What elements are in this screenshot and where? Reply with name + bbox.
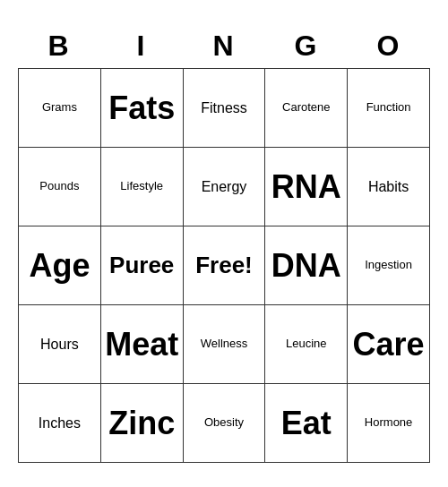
cell-r0-c1: Fats (101, 69, 184, 148)
cell-text-r0-c0: Grams (42, 101, 77, 114)
cell-r2-c3: DNA (265, 226, 348, 305)
header-letter-G: G (265, 24, 348, 68)
cell-r4-c3: Eat (265, 384, 348, 463)
cell-text-r2-c0: Age (29, 248, 90, 284)
cell-r3-c0: Hours (19, 305, 101, 384)
cell-r3-c4: Care (348, 305, 430, 384)
cell-text-r4-c2: Obesity (204, 416, 244, 429)
cell-text-r3-c0: Hours (40, 337, 79, 353)
bingo-card: BINGO GramsFatsFitnessCaroteneFunctionPo… (18, 24, 430, 463)
cell-text-r0-c1: Fats (108, 90, 175, 126)
cell-text-r1-c4: Habits (368, 179, 409, 195)
cell-r4-c4: Hormone (348, 384, 430, 463)
cell-text-r2-c4: Ingestion (365, 259, 412, 271)
cell-text-r1-c2: Energy (202, 179, 247, 195)
cell-r2-c2: Free! (184, 226, 266, 305)
cell-r3-c1: Meat (101, 305, 184, 384)
cell-r4-c1: Zinc (101, 384, 184, 463)
cell-r3-c3: Leucine (265, 305, 348, 384)
cell-text-r1-c3: RNA (271, 169, 341, 205)
bingo-grid: GramsFatsFitnessCaroteneFunctionPoundsLi… (18, 68, 430, 463)
cell-r2-c1: Puree (101, 226, 184, 305)
cell-text-r3-c4: Care (353, 327, 425, 363)
cell-text-r2-c1: Puree (109, 252, 174, 278)
cell-text-r2-c2: Free! (195, 252, 253, 278)
cell-r1-c4: Habits (348, 148, 430, 226)
cell-r1-c3: RNA (265, 148, 348, 226)
cell-r0-c2: Fitness (184, 69, 266, 148)
cell-text-r0-c2: Fitness (201, 100, 247, 116)
cell-text-r4-c4: Hormone (365, 416, 412, 429)
cell-r2-c0: Age (19, 226, 101, 305)
cell-text-r0-c4: Function (366, 101, 411, 114)
cell-r4-c2: Obesity (184, 384, 266, 463)
cell-text-r1-c0: Pounds (39, 180, 79, 192)
cell-r2-c4: Ingestion (348, 226, 430, 305)
cell-r0-c0: Grams (19, 69, 101, 148)
cell-text-r4-c0: Inches (39, 415, 81, 431)
header-letter-N: N (183, 24, 265, 68)
cell-r0-c3: Carotene (265, 69, 348, 148)
cell-r1-c2: Energy (184, 148, 266, 226)
cell-text-r3-c1: Meat (105, 327, 178, 363)
cell-r4-c0: Inches (19, 384, 101, 463)
cell-text-r0-c3: Carotene (282, 101, 330, 114)
header-letter-I: I (100, 24, 183, 68)
cell-text-r4-c3: Eat (281, 406, 332, 441)
bingo-header: BINGO (18, 24, 430, 68)
cell-r3-c2: Wellness (184, 305, 266, 384)
cell-text-r3-c2: Wellness (201, 337, 248, 350)
header-letter-B: B (18, 24, 100, 68)
cell-text-r1-c1: Lifestyle (120, 180, 163, 192)
cell-r0-c4: Function (348, 69, 430, 148)
cell-text-r4-c1: Zinc (108, 406, 175, 441)
header-letter-O: O (348, 24, 430, 68)
cell-r1-c0: Pounds (19, 148, 101, 226)
cell-r1-c1: Lifestyle (101, 148, 184, 226)
cell-text-r3-c3: Leucine (286, 337, 327, 350)
cell-text-r2-c3: DNA (271, 248, 341, 284)
